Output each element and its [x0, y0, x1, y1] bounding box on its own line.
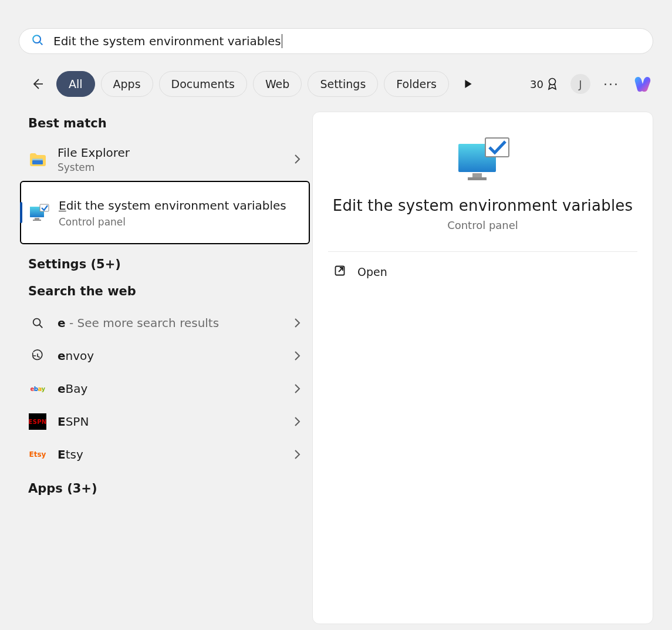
filter-folders[interactable]: Folders — [384, 71, 449, 97]
svg-line-12 — [39, 325, 42, 328]
web-item-label: e - See more search results — [58, 316, 279, 330]
chevron-right-icon[interactable] — [290, 382, 304, 396]
medal-icon — [547, 78, 558, 90]
etsy-icon: Etsy — [28, 445, 47, 464]
history-icon — [28, 346, 47, 365]
svg-point-11 — [33, 319, 40, 326]
more-options[interactable]: ··· — [603, 77, 619, 92]
web-item-label: envoy — [58, 349, 279, 363]
filter-pills: All Apps Documents Web Settings Folders … — [56, 71, 454, 97]
search-bar[interactable]: Edit the system environment variables — [19, 28, 653, 54]
open-label: Open — [357, 265, 387, 278]
search-icon — [31, 33, 44, 49]
espn-icon: ESPN — [28, 412, 47, 431]
preview-panel: Edit the system environment variables Co… — [312, 112, 653, 624]
ebay-icon: ebay — [28, 379, 47, 398]
chevron-right-icon[interactable] — [290, 316, 304, 330]
monitor-check-icon — [29, 203, 49, 223]
copilot-icon[interactable] — [632, 73, 653, 95]
web-item-ebay[interactable]: ebay eBay — [19, 372, 311, 405]
open-externally-icon — [334, 265, 346, 279]
chevron-right-icon[interactable] — [290, 415, 304, 429]
svg-rect-8 — [35, 218, 39, 220]
filter-settings[interactable]: Settings — [308, 71, 378, 97]
result-subtitle: System — [58, 161, 279, 173]
divider — [328, 251, 637, 252]
scroll-filters-right[interactable] — [461, 77, 475, 91]
filter-all[interactable]: All — [56, 71, 95, 97]
svg-rect-15 — [468, 177, 487, 180]
web-item-label: Etsy — [58, 447, 279, 461]
preview-subtitle: Control panel — [328, 219, 637, 231]
filter-documents[interactable]: Documents — [159, 71, 247, 97]
points-value: 30 — [530, 78, 543, 90]
web-item-etsy[interactable]: Etsy Etsy — [19, 438, 311, 471]
result-env-vars-selected[interactable]: Edit the system environment variables Co… — [20, 181, 310, 244]
result-title: File Explorer — [58, 146, 279, 160]
section-search-web: Search the web — [19, 279, 311, 306]
svg-point-3 — [549, 79, 556, 85]
search-icon — [28, 314, 47, 332]
web-item-label: eBay — [58, 382, 279, 396]
result-subtitle: Control panel — [59, 216, 286, 228]
filter-web[interactable]: Web — [253, 71, 302, 97]
web-item-envoy[interactable]: envoy — [19, 339, 311, 372]
rewards-points[interactable]: 30 — [530, 78, 558, 90]
web-item-espn[interactable]: ESPN ESPN — [19, 405, 311, 438]
search-input[interactable]: Edit the system environment variables — [53, 34, 281, 48]
svg-rect-16 — [485, 138, 509, 157]
result-title: Edit the system environment variables — [59, 198, 286, 214]
start-search-window: Edit the system environment variables Al… — [0, 0, 672, 630]
svg-point-0 — [33, 35, 40, 43]
folder-icon — [28, 150, 47, 169]
back-button[interactable] — [28, 75, 47, 93]
section-settings[interactable]: Settings (5+) — [19, 252, 311, 279]
filter-row: All Apps Documents Web Settings Folders … — [28, 69, 653, 99]
result-file-explorer[interactable]: File Explorer System — [19, 139, 311, 180]
chevron-right-icon[interactable] — [290, 152, 304, 166]
section-best-match: Best match — [19, 112, 311, 139]
svg-rect-9 — [33, 220, 41, 221]
chevron-right-icon[interactable] — [290, 349, 304, 363]
svg-line-1 — [40, 42, 43, 45]
web-item-label: ESPN — [58, 415, 279, 429]
user-avatar[interactable]: J — [570, 74, 590, 94]
header-actions: 30 J ··· — [530, 73, 653, 95]
avatar-letter: J — [579, 78, 582, 90]
svg-rect-5 — [32, 159, 43, 160]
preview-title: Edit the system environment variables — [328, 197, 637, 214]
results-column: Best match File Explorer System Edit the… — [19, 112, 311, 624]
action-open[interactable]: Open — [328, 260, 637, 284]
section-apps[interactable]: Apps (3+) — [19, 471, 311, 504]
filter-apps[interactable]: Apps — [101, 71, 153, 97]
chevron-right-icon[interactable] — [290, 447, 304, 461]
svg-rect-4 — [32, 160, 43, 164]
svg-rect-14 — [472, 173, 482, 177]
preview-icon — [328, 137, 637, 184]
web-item-more-results[interactable]: e - See more search results — [19, 306, 311, 339]
text-cursor — [282, 34, 282, 48]
